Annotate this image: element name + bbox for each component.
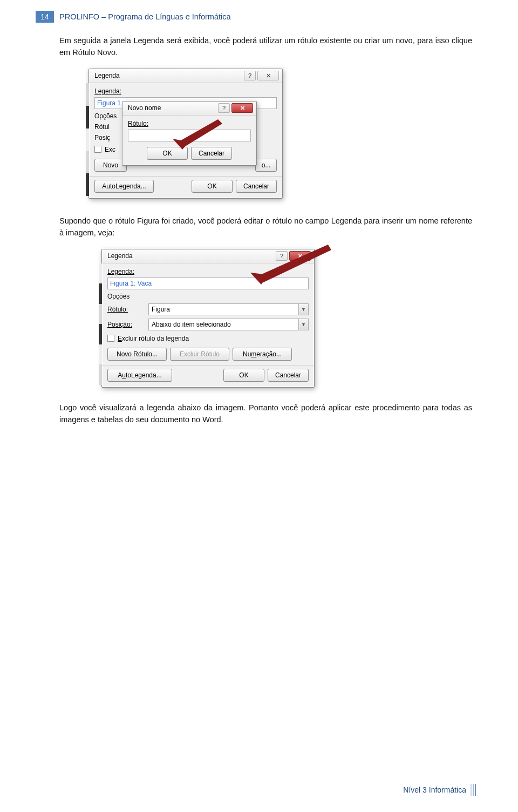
legenda-input[interactable]: [107, 278, 309, 289]
exclude-checkbox[interactable]: [107, 335, 114, 342]
posicao-value: Abaixo do item selecionado: [149, 321, 298, 328]
close-icon[interactable]: ✕: [231, 103, 253, 113]
autolegenda-button[interactable]: AutoLegenda...: [107, 369, 172, 382]
cancel-button[interactable]: Cancelar: [191, 147, 232, 160]
page-footer: Nível 3 Informática: [403, 784, 476, 796]
excluir-rotulo-button: Excluir Rótulo: [170, 348, 229, 361]
cancel-button[interactable]: Cancelar: [236, 180, 277, 193]
page-number-badge: 14: [36, 11, 54, 23]
legenda-label: Legenda:: [94, 87, 277, 95]
rotulo-dropdown[interactable]: Figura ▼: [148, 303, 309, 315]
header-title: PROLINFO – Programa de Línguas e Informá…: [59, 12, 231, 21]
paragraph-2: Supondo que o rótulo Figura foi criado, …: [59, 215, 472, 239]
posicao-dropdown[interactable]: Abaixo do item selecionado ▼: [148, 319, 309, 330]
close-icon[interactable]: ✕: [257, 71, 279, 80]
chevron-down-icon[interactable]: ▼: [298, 319, 308, 330]
posicao-label: Posição:: [107, 321, 144, 328]
exclude-label: Exc: [105, 146, 115, 153]
rotulo-input[interactable]: [128, 130, 251, 141]
ok-button[interactable]: OK: [223, 369, 264, 382]
cancel-button[interactable]: Cancelar: [268, 369, 309, 382]
numeracao-button[interactable]: o...: [255, 159, 277, 172]
rotulo-label: Rótulo:: [107, 306, 144, 313]
rotulo-label: Rótulo:: [128, 120, 251, 127]
dialog-title: Legenda: [107, 252, 133, 260]
novo-rotulo-button[interactable]: Novo Rótulo...: [107, 348, 167, 361]
subdialog-title: Novo nome: [128, 104, 161, 112]
help-icon[interactable]: ?: [244, 71, 256, 80]
footer-decoration: [471, 784, 476, 796]
help-icon[interactable]: ?: [218, 103, 230, 113]
rotulo-value: Figura: [149, 306, 298, 313]
dialog-title: Legenda: [94, 72, 120, 79]
ok-button[interactable]: OK: [192, 180, 233, 193]
numeracao-button[interactable]: Numeração...: [233, 348, 292, 361]
opcoes-label: Opções: [107, 293, 309, 300]
autolegenda-button[interactable]: AutoLegenda...: [94, 180, 154, 193]
paragraph-1: Em seguida a janela Legenda será exibida…: [59, 35, 472, 59]
footer-text: Nível 3 Informática: [403, 786, 466, 794]
close-icon[interactable]: ✕: [289, 251, 311, 261]
legenda-dialog-2: Legenda ? ✕ Legenda: Opções Rótulo: Figu…: [101, 249, 315, 388]
exclude-label: EExcluir rótulo da legendaxcluir rótulo …: [118, 335, 189, 342]
page-header: 14 PROLINFO – Programa de Línguas e Info…: [59, 11, 472, 23]
novo-nome-dialog: Novo nome ? ✕ Rótulo: OK Cancelar: [122, 101, 257, 166]
exclude-checkbox[interactable]: [94, 146, 101, 153]
paragraph-3: Logo você visualizará a legenda abaixo d…: [59, 402, 472, 426]
ok-button[interactable]: OK: [147, 147, 188, 160]
chevron-down-icon[interactable]: ▼: [298, 304, 308, 315]
legenda-label: Legenda:: [107, 268, 309, 275]
help-icon[interactable]: ?: [276, 251, 288, 261]
